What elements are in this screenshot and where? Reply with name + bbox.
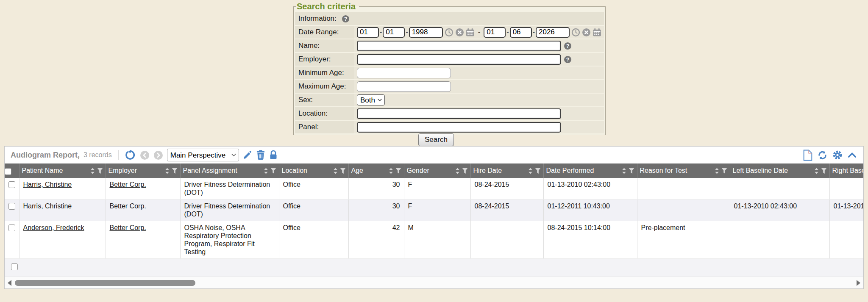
employer-cell: Better Corp. [106,178,180,199]
date-range-dash: - [478,28,481,36]
sort-icon[interactable] [455,168,460,174]
time-icon[interactable] [571,28,580,37]
scroll-left-arrow-icon[interactable] [8,280,11,286]
date-to-year-input[interactable] [536,27,570,38]
sort-icon[interactable] [264,168,268,174]
filter-icon[interactable] [629,168,634,174]
column-header-left-baseline-date[interactable]: Left Baseline Date [730,163,829,178]
scroll-right-arrow-icon[interactable] [857,280,860,286]
sort-icon[interactable] [622,168,626,174]
column-header-gender[interactable]: Gender [404,163,470,178]
column-header-age[interactable]: Age [348,163,404,178]
date-to-day-input[interactable] [510,27,532,38]
reason-for-test-cell: Pre-placement [637,221,730,259]
name-row: Name: ? [295,39,604,52]
location-input[interactable] [357,108,561,119]
row-checkbox[interactable] [8,181,15,188]
collapse-panel-icon[interactable] [847,150,857,161]
date-performed-cell: 01-12-2011 10:43:00 [543,199,637,221]
sort-icon[interactable] [165,168,170,174]
patient-name-link[interactable]: Anderson, Frederick [23,224,84,231]
row-checkbox[interactable] [8,224,15,231]
row-checkbox-cell [5,178,19,199]
settings-gear-icon[interactable] [832,150,843,161]
filter-icon[interactable] [97,168,103,174]
column-header-date-performed[interactable]: Date Performed [543,163,637,178]
calendar-icon[interactable] [466,28,475,37]
footer-checkbox[interactable] [11,263,18,270]
filter-icon[interactable] [535,168,541,174]
horizontal-scrollbar[interactable] [5,277,863,289]
column-header-reason-for-test[interactable]: Reason for Test [637,163,730,178]
patient-name-link[interactable]: Harris, Christine [23,181,72,188]
lock-icon[interactable] [269,150,278,160]
sort-icon[interactable] [389,168,393,174]
employer-label: Employer: [295,53,354,66]
date-dash: - [406,28,408,36]
panel-input[interactable] [357,122,561,133]
row-checkbox[interactable] [8,203,15,210]
sort-icon[interactable] [814,168,819,174]
clear-date-icon[interactable] [455,28,464,37]
sort-icon[interactable] [333,168,338,174]
filter-icon[interactable] [462,168,468,174]
date-from-year-input[interactable] [409,27,443,38]
column-header-hire-date[interactable]: Hire Date [470,163,543,178]
age-cell: 30 [348,199,404,221]
information-help-icon[interactable]: ? [342,15,350,23]
employer-link[interactable]: Better Corp. [110,202,146,210]
date-from-day-input[interactable] [383,27,405,38]
column-header-patient-name[interactable]: Patient Name [19,163,106,178]
maximum-age-input[interactable] [357,81,451,92]
name-input[interactable] [357,41,561,51]
minimum-age-label: Minimum Age: [295,66,354,79]
delete-perspective-icon[interactable] [256,150,265,160]
scrollbar-thumb[interactable] [15,280,195,286]
column-header-employer[interactable]: Employer [106,163,180,178]
date-to-month-input[interactable] [484,27,506,38]
left-baseline-date-cell: 01-13-2010 02:43:00 [730,199,829,221]
maximum-age-row: Maximum Age: [295,80,604,93]
date-range-label: Date Range: [295,26,354,39]
column-header-location[interactable]: Location [279,163,348,178]
sort-icon[interactable] [528,168,533,174]
prev-page-icon[interactable] [140,150,150,160]
sex-select[interactable]: Both [357,94,385,105]
table-row: Harris, Christine Better Corp. Driver Fi… [5,199,863,221]
employer-link[interactable]: Better Corp. [110,224,146,231]
select-all-checkbox[interactable] [5,168,11,175]
edit-perspective-icon[interactable] [243,150,252,160]
next-page-icon[interactable] [153,150,163,160]
employer-link[interactable]: Better Corp. [110,181,146,188]
employer-help-icon[interactable]: ? [564,55,572,64]
table-header-row: Patient Name Employer Panel Assignment L… [5,163,863,178]
calendar-icon[interactable] [593,28,601,37]
svg-text:?: ? [566,43,570,49]
time-icon[interactable] [445,28,453,37]
filter-icon[interactable] [172,168,178,174]
age-cell: 42 [348,221,404,259]
column-header-right-baseline-date[interactable]: Right Baseline Date [829,163,863,178]
left-baseline-date-cell [730,178,829,199]
filter-icon[interactable] [340,168,346,174]
filter-icon[interactable] [395,168,401,174]
refresh-icon[interactable] [817,150,828,161]
clear-date-icon[interactable] [582,28,591,37]
name-help-icon[interactable]: ? [564,42,572,50]
date-from-month-input[interactable] [357,27,379,38]
search-button[interactable]: Search [418,133,454,146]
sort-icon[interactable] [715,168,719,174]
sort-icon[interactable] [90,168,95,174]
employer-input[interactable] [357,54,561,65]
date-performed-cell: 01-13-2010 02:43:00 [543,178,637,199]
filter-icon[interactable] [721,168,727,174]
filter-icon[interactable] [821,168,827,174]
hire-date-cell: 08-24-2015 [470,199,543,221]
export-document-icon[interactable] [803,150,813,161]
patient-name-link[interactable]: Harris, Christine [23,202,72,210]
perspective-select[interactable]: Main Perspective [167,149,239,161]
filter-icon[interactable] [270,168,276,174]
minimum-age-input[interactable] [357,68,451,78]
column-header-panel-assignment[interactable]: Panel Assignment [180,163,279,178]
undo-icon[interactable] [125,150,136,161]
